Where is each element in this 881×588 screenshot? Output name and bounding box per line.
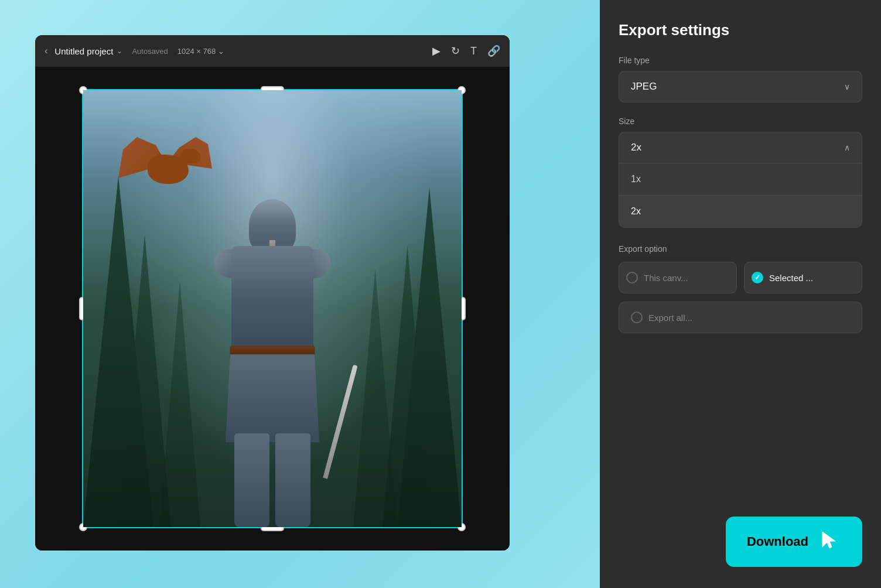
knight-figure: [190, 199, 354, 527]
knight-legs: [234, 433, 310, 527]
knight-helmet: [249, 199, 296, 252]
export-all-radio: [631, 312, 643, 323]
file-type-select[interactable]: JPEG ∨: [619, 71, 862, 102]
knight-torso: [231, 246, 313, 351]
knight-leg-left: [234, 433, 269, 527]
dimensions-selector[interactable]: 1024 × 768 ⌄: [177, 47, 224, 56]
download-section: Download: [619, 505, 862, 567]
canvas-area[interactable]: [35, 67, 510, 551]
canvas-image-container[interactable]: [82, 89, 463, 528]
select-tool-icon[interactable]: ▶: [432, 45, 440, 57]
download-button[interactable]: Download: [726, 517, 862, 567]
rotate-tool-icon[interactable]: ↻: [451, 45, 460, 57]
selected-radio: [752, 272, 763, 283]
file-type-value: JPEG: [631, 81, 657, 93]
selected-option[interactable]: Selected ...: [744, 262, 862, 293]
toolbar-tools: ▶ ↻ T 🔗: [432, 45, 500, 57]
size-option-2x[interactable]: 2x: [619, 195, 862, 227]
download-label: Download: [747, 534, 808, 549]
knight-leg-right: [275, 433, 310, 527]
canvas-editor: ‹ Untitled project ⌄ Autosaved 1024 × 76…: [35, 35, 510, 551]
dimensions-chevron-icon: ⌄: [218, 47, 224, 56]
size-section: Size 2x ∧ 1x 2x: [619, 117, 862, 242]
project-title[interactable]: Untitled project ⌄: [54, 46, 122, 56]
size-label: Size: [619, 117, 862, 126]
file-type-chevron-icon: ∨: [844, 82, 850, 91]
export-title: Export settings: [619, 21, 862, 39]
selected-label: Selected ...: [769, 273, 813, 283]
export-all-label: Export all...: [648, 313, 692, 323]
size-dropdown[interactable]: 2x ∧ 1x 2x: [619, 132, 862, 228]
size-selected-row[interactable]: 2x ∧: [619, 132, 862, 163]
text-tool-icon[interactable]: T: [470, 45, 477, 57]
autosaved-label: Autosaved: [132, 47, 168, 56]
size-option-1x[interactable]: 1x: [619, 163, 862, 195]
this-canvas-option[interactable]: This canv...: [619, 262, 737, 293]
size-selected-value: 2x: [631, 142, 641, 153]
export-panel: Export settings File type JPEG ∨ Size 2x…: [600, 0, 881, 588]
dragon-head: [180, 149, 200, 163]
back-button[interactable]: ‹: [45, 46, 47, 56]
editor-toolbar: ‹ Untitled project ⌄ Autosaved 1024 × 76…: [35, 35, 510, 67]
cursor-icon: [820, 529, 841, 554]
export-options-row: This canv... Selected ...: [619, 262, 862, 293]
export-option-section: Export option This canv... Selected ... …: [619, 244, 862, 333]
title-chevron-icon: ⌄: [117, 47, 122, 55]
this-canvas-label: This canv...: [644, 273, 688, 283]
export-option-label: Export option: [619, 244, 862, 254]
link-tool-icon[interactable]: 🔗: [487, 45, 500, 57]
knight-skirt: [226, 354, 319, 442]
dragon: [118, 137, 212, 207]
canvas-image: [83, 90, 462, 527]
size-chevron-up-icon: ∧: [844, 143, 850, 152]
knight-sword: [323, 364, 357, 478]
export-all-option[interactable]: Export all...: [619, 302, 862, 333]
this-canvas-radio: [626, 272, 638, 283]
svg-marker-0: [822, 532, 835, 548]
file-type-label: File type: [619, 56, 862, 65]
